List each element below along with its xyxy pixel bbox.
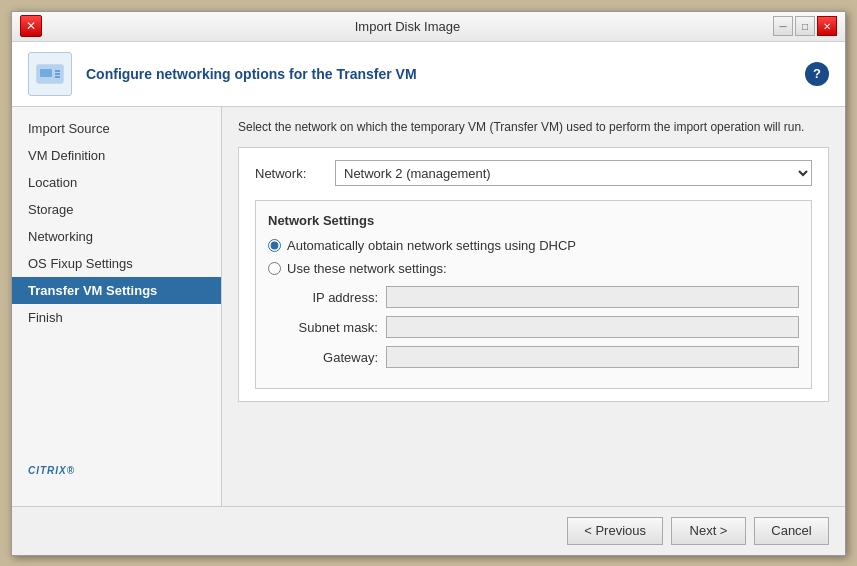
manual-radio[interactable] bbox=[268, 262, 281, 275]
ip-address-input[interactable] bbox=[386, 286, 799, 308]
window-title: Import Disk Image bbox=[42, 19, 773, 34]
ip-address-row: IP address: bbox=[286, 286, 799, 308]
dhcp-radio[interactable] bbox=[268, 239, 281, 252]
subnet-mask-row: Subnet mask: bbox=[286, 316, 799, 338]
manual-radio-row: Use these network settings: bbox=[268, 261, 799, 276]
instruction-text: Select the network on which the temporar… bbox=[238, 119, 829, 136]
sidebar-item-finish[interactable]: Finish bbox=[12, 304, 221, 331]
sidebar-item-location[interactable]: Location bbox=[12, 169, 221, 196]
network-fields: IP address: Subnet mask: Gateway: bbox=[286, 286, 799, 368]
subnet-mask-input[interactable] bbox=[386, 316, 799, 338]
gateway-row: Gateway: bbox=[286, 346, 799, 368]
content-panel: Select the network on which the temporar… bbox=[222, 107, 845, 506]
ip-address-label: IP address: bbox=[286, 290, 386, 305]
network-select[interactable]: Network 2 (management) Network 1 Network… bbox=[335, 160, 812, 186]
header-area: Configure networking options for the Tra… bbox=[12, 42, 845, 107]
network-label: Network: bbox=[255, 166, 335, 181]
header-icon bbox=[28, 52, 72, 96]
sidebar-item-os-fixup[interactable]: OS Fixup Settings bbox=[12, 250, 221, 277]
dhcp-radio-row: Automatically obtain network settings us… bbox=[268, 238, 799, 253]
main-window: ✕ Import Disk Image ─ □ ✕ Configure netw… bbox=[11, 11, 846, 556]
cancel-button[interactable]: Cancel bbox=[754, 517, 829, 545]
network-settings-title: Network Settings bbox=[268, 213, 799, 228]
sidebar-item-transfer-vm[interactable]: Transfer VM Settings bbox=[12, 277, 221, 304]
subnet-mask-label: Subnet mask: bbox=[286, 320, 386, 335]
sidebar-item-storage[interactable]: Storage bbox=[12, 196, 221, 223]
citrix-logo: CITRIX® bbox=[12, 453, 221, 498]
help-button[interactable]: ? bbox=[805, 62, 829, 86]
title-bar-controls: ─ □ ✕ bbox=[773, 16, 837, 36]
manual-radio-label[interactable]: Use these network settings: bbox=[287, 261, 447, 276]
sidebar-item-networking[interactable]: Networking bbox=[12, 223, 221, 250]
maximize-button[interactable]: □ bbox=[795, 16, 815, 36]
sidebar-nav: Import Source VM Definition Location Sto… bbox=[12, 115, 221, 331]
gateway-input[interactable] bbox=[386, 346, 799, 368]
header-title: Configure networking options for the Tra… bbox=[86, 66, 791, 82]
sidebar: Import Source VM Definition Location Sto… bbox=[12, 107, 222, 506]
network-settings-box: Network Settings Automatically obtain ne… bbox=[255, 200, 812, 389]
svg-rect-1 bbox=[40, 69, 52, 77]
footer: < Previous Next > Cancel bbox=[12, 506, 845, 555]
close-button[interactable]: ✕ bbox=[817, 16, 837, 36]
title-bar: ✕ Import Disk Image ─ □ ✕ bbox=[12, 12, 845, 42]
window-close-left-icon[interactable]: ✕ bbox=[20, 15, 42, 37]
sidebar-item-vm-definition[interactable]: VM Definition bbox=[12, 142, 221, 169]
network-row: Network: Network 2 (management) Network … bbox=[255, 160, 812, 186]
sidebar-item-import-source[interactable]: Import Source bbox=[12, 115, 221, 142]
network-section: Network: Network 2 (management) Network … bbox=[238, 147, 829, 402]
next-button[interactable]: Next > bbox=[671, 517, 746, 545]
dhcp-radio-label[interactable]: Automatically obtain network settings us… bbox=[287, 238, 576, 253]
main-content: Import Source VM Definition Location Sto… bbox=[12, 107, 845, 506]
previous-button[interactable]: < Previous bbox=[567, 517, 663, 545]
minimize-button[interactable]: ─ bbox=[773, 16, 793, 36]
gateway-label: Gateway: bbox=[286, 350, 386, 365]
